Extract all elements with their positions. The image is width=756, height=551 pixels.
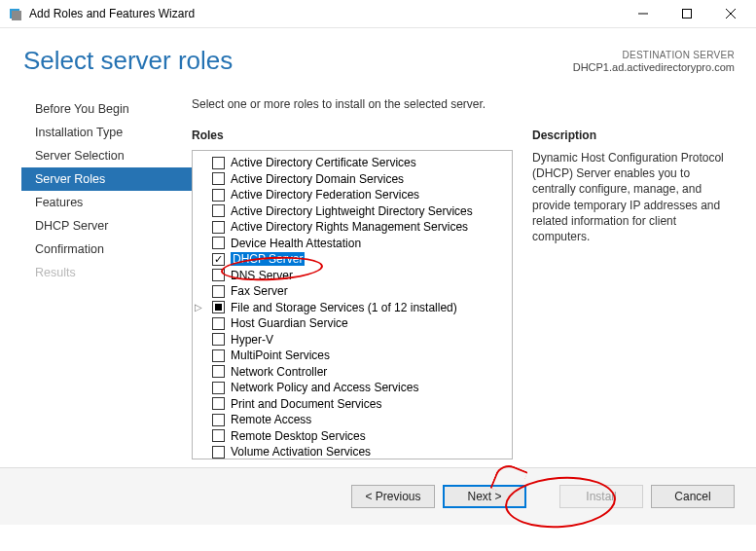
role-checkbox[interactable] [212,253,225,266]
role-checkbox[interactable] [212,382,225,394]
destination-server: DHCP1.ad.activedirectorypro.com [573,61,735,73]
role-checkbox[interactable] [212,285,225,298]
role-checkbox[interactable] [212,414,225,426]
destination-info: DESTINATION SERVER DHCP1.ad.activedirect… [573,50,735,76]
role-row[interactable]: Host Guardian Service [197,315,512,332]
role-row[interactable]: Hyper-V [197,332,512,349]
role-label[interactable]: Active Directory Domain Services [231,172,404,186]
role-checkbox[interactable] [212,397,225,410]
role-checkbox[interactable] [212,333,225,346]
role-label[interactable]: Network Policy and Access Services [231,381,418,394]
role-checkbox[interactable] [212,269,225,281]
role-label[interactable]: Host Guardian Service [231,316,348,330]
role-label[interactable]: Fax Server [231,284,288,298]
role-row[interactable]: Volume Activation Services [197,444,512,459]
content: Select one or more roles to install on t… [192,88,735,459]
role-row[interactable]: Print and Document Services [197,396,512,413]
role-checkbox[interactable] [212,349,225,362]
nav-item-before-you-begin[interactable]: Before You Begin [21,97,192,121]
footer-bar: < Previous Next > Install Cancel [0,468,756,525]
roles-label: Roles [192,129,513,142]
maximize-button[interactable] [665,0,708,27]
role-row[interactable]: Active Directory Federation Services [197,187,512,203]
description-label: Description [532,129,735,142]
nav-item-server-roles[interactable]: Server Roles [21,167,192,191]
expander-icon[interactable]: ▷ [195,302,202,312]
description-column: Description Dynamic Host Configuration P… [532,129,735,459]
role-checkbox[interactable] [212,301,225,313]
nav-item-results: Results [21,261,192,284]
role-label[interactable]: MultiPoint Services [231,349,330,362]
role-label[interactable]: Hyper-V [231,333,273,347]
role-checkbox[interactable] [212,365,225,378]
window-controls [621,0,752,27]
role-checkbox[interactable] [212,237,225,249]
nav-item-installation-type[interactable]: Installation Type [21,121,192,144]
svg-rect-3 [682,9,691,18]
role-label[interactable]: Active Directory Federation Services [231,188,419,202]
role-row[interactable]: Network Controller [197,364,512,381]
cancel-button[interactable]: Cancel [651,485,735,508]
role-row[interactable]: MultiPoint Services [197,348,512,364]
role-label[interactable]: Remote Desktop Services [231,429,366,443]
role-label[interactable]: DNS Server [231,269,293,282]
nav-item-server-selection[interactable]: Server Selection [21,144,192,167]
destination-label: DESTINATION SERVER [573,50,735,60]
role-label[interactable]: File and Storage Services (1 of 12 insta… [231,301,457,314]
role-label[interactable]: Volume Activation Services [231,445,371,459]
install-button[interactable]: Install [559,485,643,508]
page-title: Select server roles [23,46,573,76]
nav-item-confirmation[interactable]: Confirmation [21,238,192,261]
server-manager-icon [8,6,23,21]
role-row[interactable]: Device Health Attestation [197,236,512,252]
role-row[interactable]: ▷File and Storage Services (1 of 12 inst… [197,300,512,316]
titlebar: Add Roles and Features Wizard [0,0,756,27]
svg-rect-1 [12,11,21,20]
role-checkbox[interactable] [212,446,225,459]
nav-item-features[interactable]: Features [21,191,192,214]
role-row[interactable]: Active Directory Domain Services [197,171,512,188]
roles-listbox[interactable]: Active Directory Certificate ServicesAct… [192,150,513,459]
role-checkbox[interactable] [212,157,225,169]
header: Select server roles DESTINATION SERVER D… [0,28,756,82]
role-label[interactable]: Active Directory Lightweight Directory S… [231,204,473,218]
nav-steps: Before You BeginInstallation TypeServer … [21,88,192,459]
role-label[interactable]: Active Directory Rights Management Servi… [231,220,468,234]
role-label[interactable]: Remote Access [231,413,311,426]
previous-button[interactable]: < Previous [351,485,435,508]
nav-item-dhcp-server[interactable]: DHCP Server [21,214,192,238]
roles-column: Roles Active Directory Certificate Servi… [192,129,513,459]
role-checkbox[interactable] [212,204,225,217]
role-label[interactable]: Network Controller [231,365,327,379]
role-checkbox[interactable] [212,189,225,202]
minimize-button[interactable] [621,0,665,27]
instruction-text: Select one or more roles to install on t… [192,97,735,111]
role-label[interactable]: Print and Document Services [231,397,381,411]
role-checkbox[interactable] [212,172,225,185]
next-button[interactable]: Next > [443,485,526,508]
role-checkbox[interactable] [212,221,225,234]
description-text: Dynamic Host Configuration Protocol (DHC… [532,150,735,244]
role-row[interactable]: Remote Desktop Services [197,428,512,445]
role-row[interactable]: Active Directory Rights Management Servi… [197,219,512,236]
role-row[interactable]: Active Directory Lightweight Directory S… [197,203,512,220]
role-checkbox[interactable] [212,429,225,442]
role-row[interactable]: DHCP Server [197,251,512,268]
role-row[interactable]: DNS Server [197,268,512,284]
role-label[interactable]: Device Health Attestation [231,237,361,250]
body: Before You BeginInstallation TypeServer … [0,82,756,459]
window-title: Add Roles and Features Wizard [29,7,621,20]
role-label[interactable]: Active Directory Certificate Services [231,156,416,169]
role-row[interactable]: Remote Access [197,412,512,428]
role-row[interactable]: Active Directory Certificate Services [197,155,512,171]
close-button[interactable] [708,0,752,27]
role-checkbox[interactable] [212,317,225,330]
role-row[interactable]: Network Policy and Access Services [197,380,512,396]
role-row[interactable]: Fax Server [197,283,512,300]
role-label[interactable]: DHCP Server [231,252,305,266]
